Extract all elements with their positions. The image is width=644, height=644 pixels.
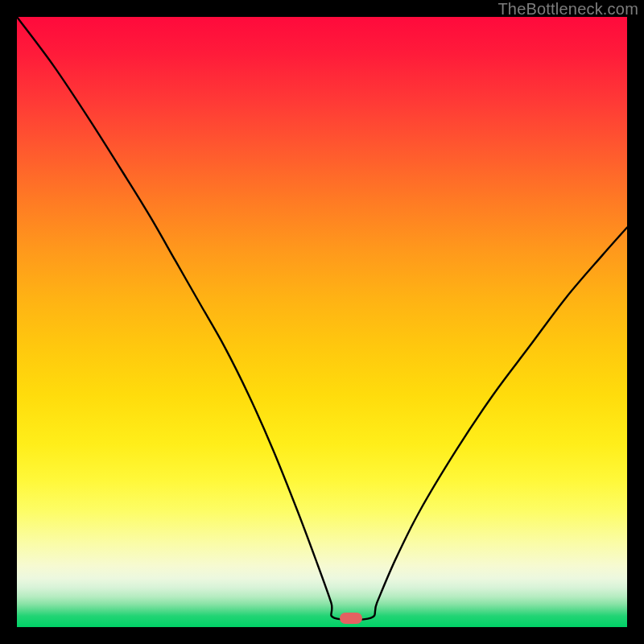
plot-area — [17, 17, 627, 627]
watermark-text: TheBottleneck.com — [497, 0, 638, 19]
optimal-marker — [340, 613, 362, 624]
bottleneck-curve — [17, 17, 627, 627]
